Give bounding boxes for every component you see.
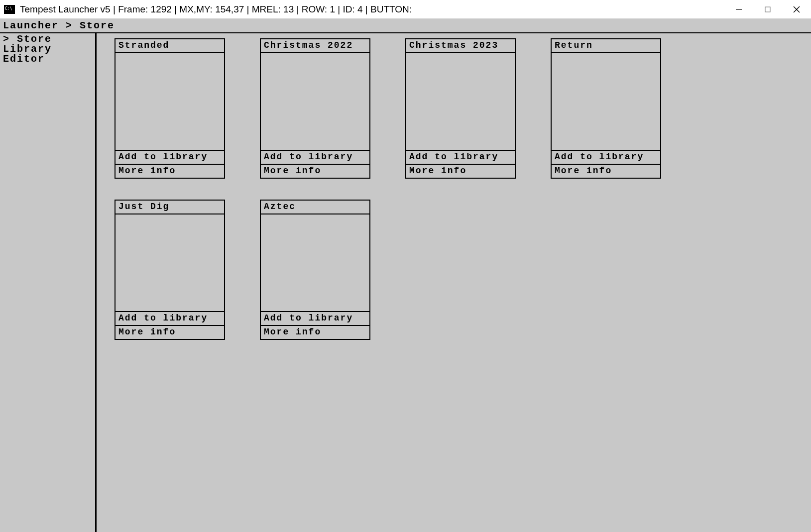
more-info-button[interactable]: More info — [261, 165, 369, 178]
sidebar-item-store[interactable]: > Store — [3, 34, 95, 44]
maximize-icon — [764, 6, 771, 13]
store-grid: Stranded Add to library More info Christ… — [115, 38, 805, 340]
store-card: Christmas 2022 Add to library More info — [260, 38, 370, 179]
card-thumbnail — [406, 53, 515, 151]
sidebar-item-label: Editor — [3, 53, 45, 65]
more-info-button[interactable]: More info — [552, 165, 660, 178]
more-info-button[interactable]: More info — [116, 326, 224, 339]
store-card: Aztec Add to library More info — [260, 200, 370, 340]
card-title: Aztec — [261, 201, 369, 214]
card-title: Christmas 2023 — [406, 39, 515, 53]
more-info-button[interactable]: More info — [406, 165, 515, 178]
store-card: Return Add to library More info — [551, 38, 661, 179]
breadcrumb: Launcher > Store — [0, 19, 811, 33]
card-thumbnail — [116, 53, 224, 151]
add-to-library-button[interactable]: Add to library — [552, 151, 660, 165]
card-title: Christmas 2022 — [261, 39, 369, 53]
card-thumbnail — [552, 53, 660, 151]
svg-rect-1 — [765, 7, 770, 12]
store-card: Stranded Add to library More info — [115, 38, 225, 179]
store-panel: Stranded Add to library More info Christ… — [97, 33, 811, 532]
add-to-library-button[interactable]: Add to library — [116, 151, 224, 165]
card-title: Return — [552, 39, 660, 53]
close-button[interactable] — [782, 0, 811, 18]
sidebar-item-library[interactable]: Library — [3, 44, 95, 54]
window-titlebar: Tempest Launcher v5 | Frame: 1292 | MX,M… — [0, 0, 811, 19]
add-to-library-button[interactable]: Add to library — [406, 151, 515, 165]
card-title: Stranded — [116, 39, 224, 53]
app-icon — [4, 5, 15, 14]
more-info-button[interactable]: More info — [261, 326, 369, 339]
window-controls — [724, 0, 811, 18]
add-to-library-button[interactable]: Add to library — [261, 312, 369, 326]
store-card: Christmas 2023 Add to library More info — [405, 38, 516, 179]
add-to-library-button[interactable]: Add to library — [261, 151, 369, 165]
sidebar: > Store Library Editor — [0, 33, 97, 532]
card-thumbnail — [116, 214, 224, 312]
store-card: Just Dig Add to library More info — [115, 200, 225, 340]
card-thumbnail — [261, 53, 369, 151]
minimize-button[interactable] — [724, 0, 753, 18]
maximize-button[interactable] — [753, 0, 782, 18]
window-title: Tempest Launcher v5 | Frame: 1292 | MX,M… — [20, 4, 724, 15]
add-to-library-button[interactable]: Add to library — [116, 312, 224, 326]
card-title: Just Dig — [116, 201, 224, 214]
sidebar-item-editor[interactable]: Editor — [3, 54, 95, 64]
minimize-icon — [735, 6, 742, 13]
breadcrumb-text: Launcher > Store — [3, 20, 115, 31]
more-info-button[interactable]: More info — [116, 165, 224, 178]
card-thumbnail — [261, 214, 369, 312]
close-icon — [793, 5, 801, 13]
